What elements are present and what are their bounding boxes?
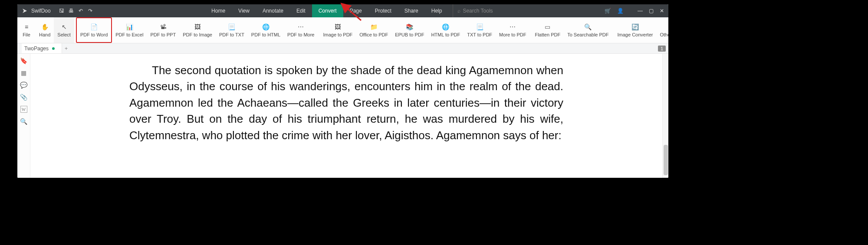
bookmarks-panel-icon[interactable]: 🔖 [20, 57, 27, 64]
page-number-indicator: 1 [658, 46, 666, 52]
more-to-pdf-button[interactable]: ⋯More to PDF [496, 17, 529, 43]
image-converter-icon: 🔄 [631, 23, 639, 31]
menu-home[interactable]: Home [205, 4, 232, 17]
txt-to-pdf-icon: 📃 [476, 23, 483, 31]
cart-icon[interactable]: 🛒 [605, 8, 611, 14]
document-tab[interactable]: TwoPages [22, 43, 62, 53]
office-to-pdf-button[interactable]: 📁Office to PDF [356, 17, 391, 43]
vertical-scrollbar[interactable] [662, 54, 668, 178]
word-export-panel-icon[interactable]: W [20, 106, 27, 113]
file-button[interactable]: ≡File [19, 17, 34, 43]
pdf-to-txt-label: PDF to TXT [219, 32, 244, 37]
pdf-to-image-icon: 🖼 [194, 23, 201, 31]
search-tools[interactable]: ⌕ Search Tools [453, 4, 493, 17]
html-to-pdf-label: HTML to PDF [431, 32, 460, 37]
pdf-to-html-label: PDF to HTML [251, 32, 280, 37]
search-tools-placeholder: Search Tools [463, 8, 493, 14]
add-tab-button[interactable]: + [65, 46, 68, 52]
pdf-to-image-button[interactable]: 🖼PDF to Image [179, 17, 216, 43]
page-content: The second quotation is spoken by the sh… [129, 62, 563, 144]
epub-to-pdf-label: EPUB to PDF [395, 32, 424, 37]
scrollbar-thumb[interactable] [664, 145, 668, 175]
select-label: Select [57, 32, 71, 37]
epub-to-pdf-button[interactable]: 📚EPUB to PDF [391, 17, 427, 43]
other-features-button[interactable]: ⚙Other Features [656, 17, 668, 43]
left-sidebar: 🔖 ▦ 💬 📎 W 🔍 [17, 54, 30, 178]
title-bar: SwifDoo 🖫 🖶 ↶ ↷ Home View Annotate Edit … [17, 4, 668, 17]
document-body-text: The second quotation is spoken by the sh… [129, 64, 563, 142]
flatten-pdf-icon: ▭ [544, 23, 552, 31]
user-icon[interactable]: 👤 [617, 8, 624, 14]
thumbnails-panel-icon[interactable]: ▦ [21, 69, 26, 76]
hand-label: Hand [39, 32, 50, 37]
menu-convert[interactable]: Convert [312, 4, 343, 17]
office-to-pdf-icon: 📁 [370, 23, 378, 31]
pdf-to-image-label: PDF to Image [183, 32, 212, 37]
image-to-pdf-button[interactable]: 🖼Image to PDF [319, 17, 356, 43]
pdf-to-html-button[interactable]: 🌐PDF to HTML [248, 17, 284, 43]
flatten-pdf-label: Flatten PDF [535, 32, 560, 37]
menu-annotate[interactable]: Annotate [256, 4, 290, 17]
menu-share[interactable]: Share [398, 4, 425, 17]
pdf-to-word-button[interactable]: 📄PDF to Word [76, 17, 112, 43]
flatten-pdf-button[interactable]: ▭Flatten PDF [531, 17, 564, 43]
app-name: SwifDoo [31, 8, 51, 14]
attachments-panel-icon[interactable]: 📎 [20, 94, 27, 101]
document-viewport[interactable]: The second quotation is spoken by the sh… [30, 54, 662, 178]
search-panel-icon[interactable]: 🔍 [20, 118, 27, 125]
menu-help[interactable]: Help [425, 4, 449, 17]
search-tools-icon: ⌕ [457, 8, 460, 14]
image-converter-label: Image Converter [618, 32, 653, 37]
menu-edit[interactable]: Edit [290, 4, 312, 17]
save-icon[interactable]: 🖫 [59, 8, 65, 14]
menu-protect[interactable]: Protect [368, 4, 398, 17]
to-searchable-pdf-button[interactable]: 🔍To Searchable PDF [564, 17, 612, 43]
select-tool[interactable]: ↖Select [54, 17, 74, 43]
redo-icon[interactable]: ↷ [87, 8, 93, 14]
app-logo-icon [22, 8, 28, 14]
pdf-to-more-button[interactable]: ⋯PDF to More [284, 17, 318, 43]
pdf-to-excel-button[interactable]: 📊PDF to Excel [112, 17, 147, 43]
menu-page[interactable]: Page [343, 4, 368, 17]
pdf-to-txt-icon: 📃 [228, 23, 236, 31]
html-to-pdf-icon: 🌐 [442, 23, 450, 31]
pdf-to-more-label: PDF to More [287, 32, 314, 37]
main-area: 🔖 ▦ 💬 📎 W 🔍 The second quotation is spok… [17, 54, 668, 178]
image-to-pdf-icon: 🖼 [334, 23, 342, 31]
close-button[interactable]: ✕ [660, 8, 664, 14]
file-icon: ≡ [23, 23, 30, 31]
hand-icon: ✋ [41, 23, 49, 31]
txt-to-pdf-button[interactable]: 📃TXT to PDF [464, 17, 496, 43]
hand-tool[interactable]: ✋Hand [36, 17, 54, 43]
pdf-to-excel-label: PDF to Excel [115, 32, 143, 37]
more-to-pdf-label: More to PDF [499, 32, 526, 37]
file-label: File [23, 32, 30, 37]
menu-view[interactable]: View [232, 4, 256, 17]
pdf-to-html-icon: 🌐 [262, 23, 270, 31]
txt-to-pdf-label: TXT to PDF [467, 32, 492, 37]
print-icon[interactable]: 🖶 [68, 8, 74, 14]
document-tab-strip: TwoPages + 1 [17, 43, 668, 54]
html-to-pdf-button[interactable]: 🌐HTML to PDF [427, 17, 464, 43]
pdf-to-excel-icon: 📊 [125, 23, 133, 31]
document-tab-label: TwoPages [24, 46, 49, 52]
pdf-to-ppt-button[interactable]: 📽PDF to PPT [147, 17, 179, 43]
to-searchable-pdf-label: To Searchable PDF [567, 32, 608, 37]
pdf-to-ppt-icon: 📽 [159, 23, 167, 31]
to-searchable-pdf-icon: 🔍 [584, 23, 592, 31]
app-window: SwifDoo 🖫 🖶 ↶ ↷ Home View Annotate Edit … [17, 4, 668, 178]
undo-icon[interactable]: ↶ [78, 8, 84, 14]
modified-dot-icon [52, 47, 55, 50]
pdf-to-txt-button[interactable]: 📃PDF to TXT [216, 17, 248, 43]
pdf-to-more-icon: ⋯ [297, 23, 305, 31]
image-converter-button[interactable]: 🔄Image Converter [614, 17, 657, 43]
select-icon: ↖ [60, 23, 68, 31]
image-to-pdf-label: Image to PDF [323, 32, 352, 37]
minimize-button[interactable]: — [638, 8, 643, 14]
more-to-pdf-icon: ⋯ [509, 23, 516, 31]
pdf-to-ppt-label: PDF to PPT [150, 32, 176, 37]
office-to-pdf-label: Office to PDF [359, 32, 388, 37]
maximize-button[interactable]: ▢ [649, 8, 654, 14]
pdf-to-word-icon: 📄 [90, 23, 98, 31]
comments-panel-icon[interactable]: 💬 [20, 82, 27, 88]
